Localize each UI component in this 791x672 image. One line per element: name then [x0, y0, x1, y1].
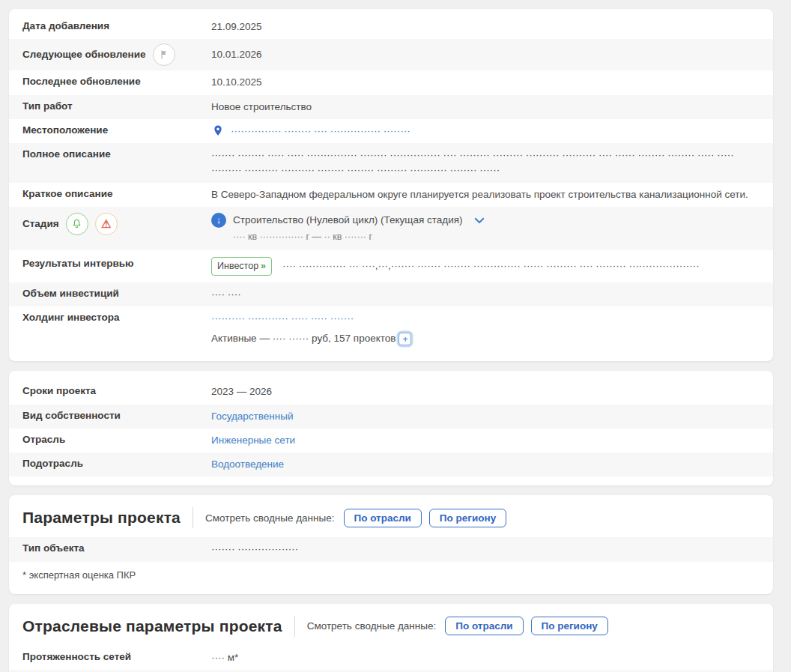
project-dates-label: Сроки проекта [22, 384, 96, 398]
row-last-update: Последнее обновление 10.10.2025 [9, 70, 773, 94]
row-ownership: Вид собственности Государственный [9, 405, 773, 429]
by-industry-button[interactable]: По отрасли [445, 617, 523, 635]
row-date-added: Дата добавления 21.09.2025 [9, 15, 773, 39]
row-holding: Холдинг инвестора ·········· ···········… [9, 306, 773, 356]
work-type-label: Тип работ [22, 100, 73, 113]
object-type-value: ······· ·················· [211, 542, 760, 557]
summary-data-label: Смотреть сводные данные: [205, 512, 335, 524]
row-network-length: Протяженность сетей ···· м* [9, 646, 773, 670]
full-description-value: ······· ········ ····· ····· ···········… [211, 148, 760, 178]
project-dates-value: 2023 — 2026 [211, 384, 760, 399]
investment-value: ···· ···· [211, 287, 760, 302]
holding-active-text: Активные — ···· ······ руб, 157 проектов [211, 331, 396, 346]
warning-icon[interactable]: ⚠ [95, 213, 118, 235]
location-pin-icon [211, 124, 225, 139]
by-region-button[interactable]: По региону [429, 509, 506, 527]
date-added-value: 21.09.2025 [211, 19, 760, 34]
row-investment: Объем инвестиций ···· ···· [9, 282, 773, 306]
industry-parameters-card: Отраслевые параметры проекта Смотреть св… [9, 604, 773, 672]
industry-link[interactable]: Инженерные сети [211, 435, 295, 446]
interview-value: ···· ·············· ··· ····,···,·······… [282, 257, 700, 273]
row-stage: Стадия ⚠ ↓ Строительство (Нулевой цикл) … [9, 207, 773, 250]
row-industry: Отрасль Инженерные сети [9, 429, 773, 452]
last-update-value: 10.10.2025 [211, 75, 760, 90]
row-full-description: Полное описание ······· ········ ····· ·… [9, 143, 773, 183]
subindustry-label: Подотрасль [22, 457, 83, 470]
holding-label: Холдинг инвестора [22, 311, 120, 324]
stage-label: Стадия [22, 217, 59, 231]
short-description-label: Краткое описание [22, 187, 113, 201]
header-divider [193, 507, 193, 528]
project-parameters-card: Параметры проекта Смотреть сводные данны… [9, 495, 773, 593]
row-subindustry: Подотрасль Водоотведение [9, 452, 773, 476]
object-type-label: Тип объекта [22, 542, 85, 555]
industry-parameters-header: Отраслевые параметры проекта Смотреть св… [9, 604, 773, 646]
row-next-update: Следующее обновление 10.01.2026 [9, 39, 773, 70]
header-divider [294, 616, 295, 637]
by-region-button[interactable]: По региону [531, 617, 608, 635]
summary-data-label: Смотреть сводные данные: [307, 620, 437, 632]
stage-down-circle-icon: ↓ [211, 213, 226, 228]
network-length-value: ···· м* [211, 650, 760, 665]
investment-label: Объем инвестиций [22, 287, 119, 300]
work-type-value: Новое строительство [211, 100, 760, 115]
bell-icon[interactable] [66, 213, 88, 235]
row-object-type: Тип объекта ······· ·················· [9, 537, 773, 561]
investor-badge[interactable]: Инвестор » [211, 257, 272, 276]
row-work-type: Тип работ Новое строительство [9, 95, 773, 119]
chevron-down-icon[interactable] [473, 214, 486, 227]
classification-card: Сроки проекта 2023 — 2026 Вид собственно… [9, 371, 773, 485]
warning-glyph: ⚠ [101, 218, 111, 229]
location-label: Местоположение [22, 124, 108, 137]
last-update-label: Последнее обновление [22, 75, 141, 88]
full-description-label: Полное описание [22, 148, 111, 161]
ownership-link[interactable]: Государственный [211, 411, 293, 422]
stage-dates: ···· кв ·············· г — ·· кв ·······… [233, 230, 760, 244]
expert-note: * экспертная оценка ПКР [9, 562, 773, 590]
badge-arrow-icon: » [261, 259, 266, 273]
holding-link[interactable]: ·········· ············ ····· ····· ····… [211, 312, 354, 324]
row-short-description: Краткое описание В Северо-Западном федер… [9, 183, 773, 207]
expand-plus-button[interactable]: + [398, 333, 411, 345]
short-description-value: В Северо-Западном федеральном округе пла… [211, 187, 760, 202]
subindustry-link[interactable]: Водоотведение [211, 458, 284, 470]
industry-label: Отрасль [22, 433, 65, 447]
network-length-label: Протяженность сетей [22, 650, 131, 664]
next-update-label: Следующее обновление [22, 48, 146, 61]
project-parameters-title: Параметры проекта [22, 509, 181, 527]
flag-icon[interactable] [153, 43, 175, 66]
project-info-card: Дата добавления 21.09.2025 Следующее обн… [9, 9, 773, 361]
industry-parameters-title: Отраслевые параметры проекта [22, 617, 282, 635]
date-added-label: Дата добавления [22, 19, 109, 33]
location-link[interactable]: ··············· ········ ···· ··········… [231, 124, 410, 139]
row-location: Местоположение ··············· ········ … [9, 119, 773, 143]
ownership-label: Вид собственности [22, 409, 121, 423]
stage-title: Строительство (Нулевой цикл) (Текущая ст… [233, 213, 463, 228]
row-project-dates: Сроки проекта 2023 — 2026 [9, 380, 773, 404]
by-industry-button[interactable]: По отрасли [344, 509, 422, 527]
interview-label: Результаты интервью [22, 257, 134, 270]
row-interview: Результаты интервью Инвестор » ···· ····… [9, 250, 773, 282]
project-parameters-header: Параметры проекта Смотреть сводные данны… [9, 495, 773, 537]
next-update-value: 10.01.2026 [211, 47, 760, 62]
